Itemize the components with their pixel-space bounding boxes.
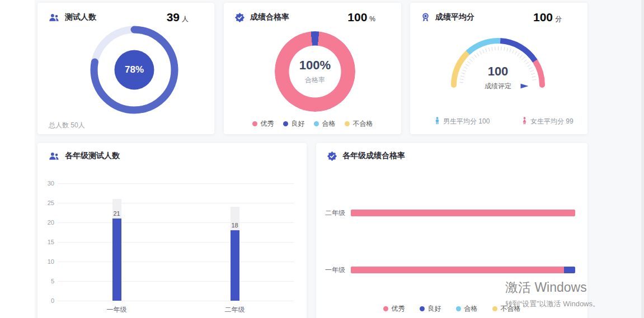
- male-average: 男生平均分 100: [435, 117, 490, 126]
- card-pass-rate: 成绩合格率 100 % 100% 合格率 优秀良好合格不合格: [224, 3, 401, 134]
- legend-label: 优秀: [261, 119, 274, 129]
- legend-item[interactable]: 优秀: [252, 119, 274, 129]
- bar-segment: [351, 267, 564, 273]
- card-header: 测试人数 39 人: [37, 3, 214, 24]
- x-axis-label: 一年级: [95, 305, 139, 315]
- legend-label: 合格: [322, 119, 336, 129]
- users-icon: [49, 152, 59, 160]
- female-icon: [522, 117, 527, 126]
- card-grade-pass-rate: 各年级成绩合格率 二年级一年级 优秀良好合格不合格: [316, 143, 587, 318]
- card-title: 成绩平均分: [435, 12, 474, 22]
- y-axis-tick: 20: [39, 219, 54, 226]
- ring-center-label: 78%: [87, 22, 182, 117]
- legend-dot-icon: [420, 306, 425, 311]
- legend-label: 不合格: [353, 119, 373, 129]
- gridline: [58, 301, 294, 301]
- avg-score-value: 100: [533, 11, 553, 24]
- y-axis-tick: 15: [39, 239, 54, 245]
- card-title: 测试人数: [65, 12, 96, 22]
- bar-value-label: 21: [106, 210, 128, 217]
- bar: [112, 219, 121, 301]
- bar-segment: [564, 267, 575, 273]
- gauge-label: 成绩评定: [442, 82, 554, 91]
- x-axis-label: 二年级: [213, 305, 257, 315]
- card-value: 100 分: [533, 11, 562, 24]
- bar: [231, 230, 239, 301]
- gridline: [58, 203, 294, 203]
- y-axis-tick: 5: [39, 278, 54, 284]
- grade-pass-bar-chart: 二年级一年级: [316, 143, 587, 318]
- legend-item[interactable]: 良好: [420, 304, 441, 314]
- pass-rate-legend: 优秀良好合格不合格: [224, 119, 401, 129]
- male-icon: [435, 117, 440, 126]
- card-average-score: 成绩平均分 100 分 100 成绩评定 男生平均分 100: [410, 3, 587, 134]
- legend-dot-icon: [345, 121, 350, 126]
- gridline: [58, 281, 294, 282]
- card-value: 100 %: [347, 11, 375, 24]
- category-label: 一年级: [316, 265, 345, 275]
- legend-label: 优秀: [392, 304, 405, 314]
- test-count-unit: 人: [182, 15, 189, 24]
- medal-icon: [421, 12, 430, 22]
- gridline: [58, 242, 294, 243]
- y-axis-tick: 30: [39, 180, 54, 187]
- category-label: 二年级: [316, 208, 345, 218]
- male-average-text: 男生平均分 100: [443, 117, 490, 126]
- legend-dot-icon: [456, 306, 461, 311]
- stacked-bar: [351, 267, 575, 273]
- legend-label: 不合格: [501, 304, 521, 314]
- y-axis-tick: 25: [39, 200, 54, 206]
- pass-rate-unit: %: [369, 15, 375, 23]
- scrollbar[interactable]: [641, 0, 644, 318]
- card-title: 各年级测试人数: [65, 151, 120, 161]
- legend-item[interactable]: 不合格: [492, 304, 521, 314]
- card-header: 成绩平均分 100 分: [410, 3, 587, 24]
- gauge-pointer-icon: [520, 83, 529, 89]
- legend-item[interactable]: 合格: [456, 304, 478, 314]
- female-average-text: 女生平均分 99: [530, 117, 574, 126]
- total-count-footer: 总人数 50人: [49, 121, 85, 130]
- legend-label: 良好: [428, 304, 441, 314]
- avg-score-unit: 分: [555, 15, 562, 24]
- donut-center-label: 合格率: [305, 75, 325, 85]
- bar-value-label: 18: [224, 222, 246, 229]
- legend-label: 良好: [292, 119, 305, 129]
- legend-item[interactable]: 良好: [283, 119, 305, 129]
- pass-rate-value: 100: [347, 11, 367, 24]
- card-header: 成绩合格率 100 %: [224, 3, 401, 24]
- stacked-bar: [351, 210, 575, 216]
- legend-dot-icon: [283, 121, 288, 126]
- card-header: 各年级测试人数: [37, 143, 307, 161]
- gauge-value: 100: [442, 64, 554, 79]
- grade-count-bar-chart: 05101520253021一年级18二年级: [58, 183, 294, 301]
- legend-label: 合格: [464, 304, 478, 314]
- legend-dot-icon: [492, 306, 497, 311]
- legend-item[interactable]: 合格: [314, 119, 336, 129]
- legend-item[interactable]: 优秀: [383, 304, 405, 314]
- y-axis-tick: 10: [39, 258, 54, 265]
- donut-center-value: 100%: [299, 58, 331, 73]
- badge-check-icon: [235, 13, 245, 22]
- bar-segment: [351, 210, 575, 216]
- legend-dot-icon: [252, 121, 257, 126]
- grade-pass-legend: 优秀良好合格不合格: [316, 304, 587, 314]
- donut-center: 100% 合格率: [275, 31, 355, 112]
- gridline: [58, 183, 294, 184]
- dashboard-page: 测试人数 39 人 78% 总人数 50人: [0, 0, 644, 318]
- legend-dot-icon: [314, 121, 319, 126]
- y-axis-tick: 0: [39, 297, 54, 304]
- users-icon: [49, 13, 59, 22]
- female-average: 女生平均分 99: [522, 117, 574, 126]
- card-title: 成绩合格率: [250, 12, 289, 22]
- card-grade-test-count: 各年级测试人数 05101520253021一年级18二年级: [37, 143, 307, 318]
- gridline: [58, 262, 294, 262]
- card-test-count: 测试人数 39 人 78% 总人数 50人: [37, 3, 214, 134]
- legend-dot-icon: [383, 306, 388, 311]
- gridline: [58, 222, 294, 223]
- legend-item[interactable]: 不合格: [345, 119, 373, 129]
